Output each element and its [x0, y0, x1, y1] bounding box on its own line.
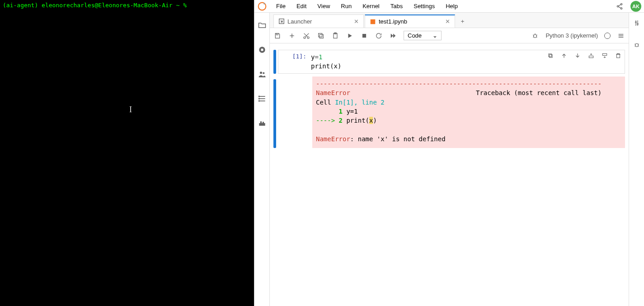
- svg-marker-33: [393, 33, 395, 38]
- tab-label: Launcher: [287, 18, 312, 25]
- input-prompt: [1]:: [278, 53, 311, 71]
- svg-point-15: [259, 98, 259, 99]
- svg-point-1: [263, 3, 265, 4]
- cut-icon[interactable]: [302, 32, 310, 40]
- menu-settings[interactable]: Settings: [409, 2, 439, 10]
- paste-icon[interactable]: [331, 32, 339, 40]
- output-row: ----------------------------------------…: [273, 76, 625, 148]
- property-inspector-icon[interactable]: [633, 19, 641, 27]
- svg-rect-50: [602, 53, 606, 55]
- svg-marker-30: [348, 33, 352, 38]
- tab-notebook[interactable]: test1.ipynb ✕: [365, 14, 455, 28]
- share-icon[interactable]: [613, 3, 626, 10]
- move-up-icon[interactable]: [560, 52, 568, 59]
- svg-point-55: [637, 24, 638, 25]
- kernel-status-icon: [604, 33, 611, 39]
- jupyter-logo-icon: [257, 1, 267, 11]
- cell-type-value: Code: [408, 32, 422, 39]
- code-editor[interactable]: y=1 print(x): [311, 53, 341, 71]
- terminal-userhost: eleonorecharles@Eleonores-MacBook-Air ~ …: [42, 2, 190, 9]
- menu-view[interactable]: View: [313, 2, 334, 10]
- svg-rect-31: [362, 33, 366, 37]
- add-cell-icon[interactable]: [288, 32, 296, 40]
- svg-point-34: [534, 34, 537, 38]
- terminal-env: (ai-agent): [3, 2, 42, 9]
- close-icon[interactable]: ✕: [445, 18, 450, 25]
- user-avatar[interactable]: AK: [630, 1, 641, 12]
- menubar: File Edit View Run Kernel Tabs Settings …: [254, 0, 644, 13]
- code-cell-input[interactable]: [1]: y=1 print(x): [278, 50, 625, 74]
- bug-icon[interactable]: [531, 32, 539, 40]
- insert-below-icon[interactable]: [601, 52, 608, 59]
- tab-label: test1.ipynb: [379, 18, 407, 25]
- folder-icon[interactable]: [258, 21, 267, 30]
- svg-point-10: [263, 72, 264, 74]
- running-icon[interactable]: [258, 45, 267, 54]
- center-column: Launcher ✕ test1.ipynb ✕ ＋: [270, 13, 629, 306]
- menu-tabs[interactable]: Tabs: [386, 2, 407, 10]
- svg-rect-26: [320, 34, 323, 38]
- svg-rect-44: [549, 54, 551, 57]
- cell-row: [1]: y=1 print(x): [273, 50, 625, 74]
- svg-rect-18: [371, 19, 376, 24]
- run-icon[interactable]: [346, 32, 354, 40]
- cell-actions: [547, 52, 622, 59]
- more-icon[interactable]: [617, 32, 625, 40]
- cell-output-error: ----------------------------------------…: [312, 76, 625, 148]
- move-down-icon[interactable]: [574, 52, 581, 59]
- svg-rect-43: [550, 55, 552, 57]
- right-sidebar: [629, 13, 644, 306]
- duplicate-icon[interactable]: [547, 52, 554, 59]
- svg-point-16: [259, 100, 259, 101]
- notebook-toolbar: Code ⌄ Python 3 (ipykernel): [270, 28, 629, 43]
- cell-type-select[interactable]: Code ⌄: [404, 31, 442, 40]
- menu-run[interactable]: Run: [336, 2, 356, 10]
- save-icon[interactable]: [273, 32, 282, 40]
- tab-launcher[interactable]: Launcher ✕: [273, 14, 364, 28]
- fast-forward-icon[interactable]: [389, 32, 397, 40]
- kernel-name[interactable]: Python 3 (ipykernel): [545, 32, 598, 39]
- menu-help[interactable]: Help: [441, 2, 462, 10]
- copy-icon[interactable]: [317, 32, 325, 40]
- extensions-icon[interactable]: [258, 119, 267, 128]
- svg-rect-8: [261, 49, 263, 51]
- debugger-icon[interactable]: [633, 41, 641, 49]
- menu-kernel[interactable]: Kernel: [358, 2, 384, 10]
- svg-rect-19: [276, 33, 278, 34]
- svg-rect-27: [319, 33, 322, 37]
- left-sidebar: [254, 13, 270, 306]
- close-icon[interactable]: ✕: [354, 18, 359, 25]
- svg-point-14: [259, 96, 259, 97]
- cell-gutter: [273, 50, 276, 74]
- svg-rect-53: [617, 54, 620, 58]
- svg-line-5: [618, 5, 620, 6]
- menu-edit[interactable]: Edit: [292, 2, 311, 10]
- delete-icon[interactable]: [615, 52, 622, 59]
- terminal-prompt-line: (ai-agent) eleonorecharles@Eleonores-Mac…: [3, 2, 251, 9]
- restart-icon[interactable]: [375, 32, 383, 40]
- text-cursor-icon: I: [129, 105, 132, 115]
- add-tab-button[interactable]: ＋: [456, 14, 469, 28]
- svg-marker-32: [391, 33, 393, 38]
- toc-icon[interactable]: [258, 94, 267, 103]
- menu-file[interactable]: File: [272, 2, 290, 10]
- users-icon[interactable]: [258, 70, 267, 79]
- insert-above-icon[interactable]: [588, 52, 595, 59]
- notebook-area[interactable]: [1]: y=1 print(x): [270, 43, 629, 306]
- output-gutter: [273, 79, 276, 148]
- chevron-down-icon: ⌄: [432, 32, 437, 39]
- svg-point-60: [635, 43, 638, 47]
- svg-point-9: [260, 72, 262, 74]
- notebook-tab-icon: [370, 19, 376, 25]
- svg-line-6: [618, 6, 620, 8]
- tab-bar: Launcher ✕ test1.ipynb ✕ ＋: [270, 13, 629, 28]
- launcher-tab-icon: [278, 18, 285, 24]
- terminal-pane[interactable]: (ai-agent) eleonorecharles@Eleonores-Mac…: [0, 0, 254, 306]
- svg-rect-47: [589, 56, 593, 58]
- stop-icon[interactable]: [360, 32, 368, 40]
- svg-point-54: [635, 22, 636, 23]
- jupyter-app: File Edit View Run Kernel Tabs Settings …: [254, 0, 644, 306]
